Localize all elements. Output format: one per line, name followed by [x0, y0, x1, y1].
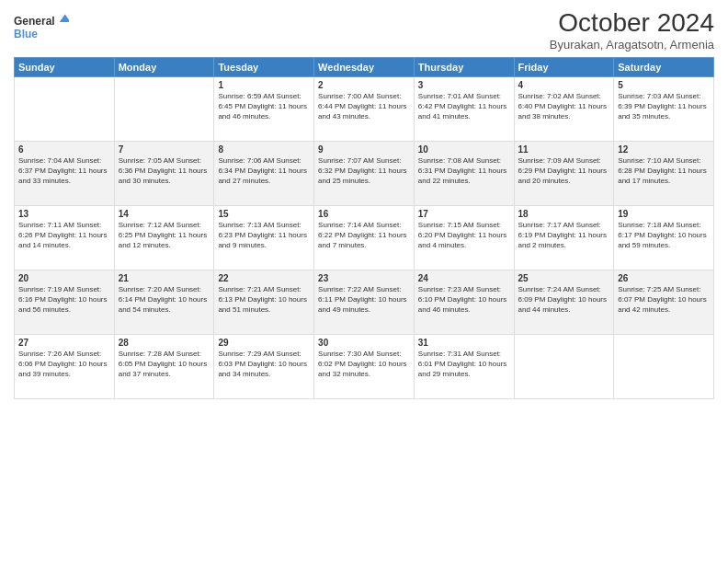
calendar-cell: 19Sunrise: 7:18 AM Sunset: 6:17 PM Dayli… — [614, 205, 714, 270]
calendar-cell: 2Sunrise: 7:00 AM Sunset: 6:44 PM Daylig… — [314, 76, 415, 141]
cell-content: Sunrise: 7:08 AM Sunset: 6:31 PM Dayligh… — [418, 155, 510, 187]
calendar-cell: 21Sunrise: 7:20 AM Sunset: 6:14 PM Dayli… — [114, 270, 214, 334]
week-row: 20Sunrise: 7:19 AM Sunset: 6:16 PM Dayli… — [15, 270, 714, 334]
day-number: 31 — [418, 338, 510, 348]
calendar-cell: 23Sunrise: 7:22 AM Sunset: 6:11 PM Dayli… — [314, 270, 415, 334]
day-number: 3 — [418, 80, 510, 90]
day-number: 8 — [218, 144, 310, 155]
week-row: 6Sunrise: 7:04 AM Sunset: 6:37 PM Daylig… — [15, 141, 714, 205]
day-number: 2 — [318, 80, 410, 90]
title-block: October 2024 Byurakan, Aragatsotn, Armen… — [550, 9, 714, 52]
cell-content: Sunrise: 7:07 AM Sunset: 6:32 PM Dayligh… — [318, 155, 410, 187]
cell-content: Sunrise: 7:13 AM Sunset: 6:23 PM Dayligh… — [218, 220, 310, 251]
calendar-cell: 16Sunrise: 7:14 AM Sunset: 6:22 PM Dayli… — [314, 205, 415, 270]
calendar-cell: 20Sunrise: 7:19 AM Sunset: 6:16 PM Dayli… — [15, 270, 115, 334]
cell-content: Sunrise: 7:24 AM Sunset: 6:09 PM Dayligh… — [518, 284, 610, 316]
day-number: 13 — [18, 209, 110, 219]
day-number: 18 — [518, 209, 610, 219]
day-number: 14 — [119, 209, 210, 219]
calendar-cell: 22Sunrise: 7:21 AM Sunset: 6:13 PM Dayli… — [214, 270, 314, 334]
cell-content: Sunrise: 7:31 AM Sunset: 6:01 PM Dayligh… — [418, 349, 510, 380]
day-number: 11 — [518, 144, 610, 155]
day-number: 24 — [418, 273, 510, 283]
logo: General Blue — [14, 9, 69, 46]
calendar-cell: 30Sunrise: 7:30 AM Sunset: 6:02 PM Dayli… — [314, 334, 415, 398]
day-number: 25 — [518, 273, 610, 283]
cell-content: Sunrise: 7:23 AM Sunset: 6:10 PM Dayligh… — [418, 284, 510, 316]
calendar-cell: 27Sunrise: 7:26 AM Sunset: 6:06 PM Dayli… — [15, 334, 115, 398]
cell-content: Sunrise: 7:17 AM Sunset: 6:19 PM Dayligh… — [518, 220, 610, 251]
cell-content: Sunrise: 7:25 AM Sunset: 6:07 PM Dayligh… — [618, 284, 710, 316]
calendar-header: Sunday Monday Tuesday Wednesday Thursday… — [15, 57, 714, 76]
day-number: 21 — [119, 273, 210, 283]
day-number: 22 — [218, 273, 310, 283]
cell-content: Sunrise: 7:26 AM Sunset: 6:06 PM Dayligh… — [18, 349, 110, 380]
day-number: 28 — [119, 338, 210, 348]
day-number: 23 — [318, 273, 410, 283]
calendar-cell — [114, 76, 214, 141]
week-row: 13Sunrise: 7:11 AM Sunset: 6:26 PM Dayli… — [15, 205, 714, 270]
cell-content: Sunrise: 7:20 AM Sunset: 6:14 PM Dayligh… — [119, 284, 210, 316]
day-number: 20 — [18, 273, 110, 283]
cell-content: Sunrise: 6:59 AM Sunset: 6:45 PM Dayligh… — [218, 91, 310, 122]
calendar-cell: 3Sunrise: 7:01 AM Sunset: 6:42 PM Daylig… — [414, 76, 514, 141]
calendar-cell: 10Sunrise: 7:08 AM Sunset: 6:31 PM Dayli… — [414, 141, 514, 205]
day-number: 30 — [318, 338, 410, 348]
col-wednesday: Wednesday — [314, 57, 415, 76]
cell-content: Sunrise: 7:05 AM Sunset: 6:36 PM Dayligh… — [119, 155, 210, 187]
cell-content: Sunrise: 7:03 AM Sunset: 6:39 PM Dayligh… — [618, 91, 710, 122]
calendar-cell: 12Sunrise: 7:10 AM Sunset: 6:28 PM Dayli… — [614, 141, 714, 205]
col-tuesday: Tuesday — [214, 57, 314, 76]
day-number: 4 — [518, 80, 610, 90]
calendar-cell: 25Sunrise: 7:24 AM Sunset: 6:09 PM Dayli… — [514, 270, 614, 334]
cell-content: Sunrise: 7:15 AM Sunset: 6:20 PM Dayligh… — [418, 220, 510, 251]
cell-content: Sunrise: 7:29 AM Sunset: 6:03 PM Dayligh… — [218, 349, 310, 380]
header-row: Sunday Monday Tuesday Wednesday Thursday… — [15, 57, 714, 76]
day-number: 10 — [418, 144, 510, 155]
calendar-cell: 28Sunrise: 7:28 AM Sunset: 6:05 PM Dayli… — [114, 334, 214, 398]
day-number: 6 — [18, 144, 110, 155]
cell-content: Sunrise: 7:00 AM Sunset: 6:44 PM Dayligh… — [318, 91, 410, 122]
day-number: 1 — [218, 80, 310, 90]
cell-content: Sunrise: 7:21 AM Sunset: 6:13 PM Dayligh… — [218, 284, 310, 316]
calendar-cell: 13Sunrise: 7:11 AM Sunset: 6:26 PM Dayli… — [15, 205, 115, 270]
calendar-cell: 24Sunrise: 7:23 AM Sunset: 6:10 PM Dayli… — [414, 270, 514, 334]
calendar-cell — [514, 334, 614, 398]
cell-content: Sunrise: 7:06 AM Sunset: 6:34 PM Dayligh… — [218, 155, 310, 187]
calendar-cell: 8Sunrise: 7:06 AM Sunset: 6:34 PM Daylig… — [214, 141, 314, 205]
calendar-cell: 26Sunrise: 7:25 AM Sunset: 6:07 PM Dayli… — [614, 270, 714, 334]
cell-content: Sunrise: 7:04 AM Sunset: 6:37 PM Dayligh… — [18, 155, 110, 187]
day-number: 12 — [618, 144, 710, 155]
day-number: 9 — [318, 144, 410, 155]
calendar-cell: 31Sunrise: 7:31 AM Sunset: 6:01 PM Dayli… — [414, 334, 514, 398]
cell-content: Sunrise: 7:11 AM Sunset: 6:26 PM Dayligh… — [18, 220, 110, 251]
calendar-cell: 9Sunrise: 7:07 AM Sunset: 6:32 PM Daylig… — [314, 141, 415, 205]
col-monday: Monday — [114, 57, 214, 76]
calendar-table: Sunday Monday Tuesday Wednesday Thursday… — [14, 57, 714, 399]
cell-content: Sunrise: 7:14 AM Sunset: 6:22 PM Dayligh… — [318, 220, 410, 251]
col-friday: Friday — [514, 57, 614, 76]
day-number: 15 — [218, 209, 310, 219]
logo-svg: General Blue — [14, 9, 69, 46]
calendar-body: 1Sunrise: 6:59 AM Sunset: 6:45 PM Daylig… — [15, 76, 714, 398]
day-number: 7 — [119, 144, 210, 155]
cell-content: Sunrise: 7:09 AM Sunset: 6:29 PM Dayligh… — [518, 155, 610, 187]
col-saturday: Saturday — [614, 57, 714, 76]
week-row: 1Sunrise: 6:59 AM Sunset: 6:45 PM Daylig… — [15, 76, 714, 141]
cell-content: Sunrise: 7:30 AM Sunset: 6:02 PM Dayligh… — [318, 349, 410, 380]
calendar-cell: 7Sunrise: 7:05 AM Sunset: 6:36 PM Daylig… — [114, 141, 214, 205]
cell-content: Sunrise: 7:10 AM Sunset: 6:28 PM Dayligh… — [618, 155, 710, 187]
day-number: 29 — [218, 338, 310, 348]
calendar-cell: 17Sunrise: 7:15 AM Sunset: 6:20 PM Dayli… — [414, 205, 514, 270]
cell-content: Sunrise: 7:18 AM Sunset: 6:17 PM Dayligh… — [618, 220, 710, 251]
calendar-cell: 15Sunrise: 7:13 AM Sunset: 6:23 PM Dayli… — [214, 205, 314, 270]
cell-content: Sunrise: 7:12 AM Sunset: 6:25 PM Dayligh… — [119, 220, 210, 251]
calendar-cell: 29Sunrise: 7:29 AM Sunset: 6:03 PM Dayli… — [214, 334, 314, 398]
calendar-cell — [15, 76, 115, 141]
day-number: 27 — [18, 338, 110, 348]
calendar-cell: 14Sunrise: 7:12 AM Sunset: 6:25 PM Dayli… — [114, 205, 214, 270]
day-number: 19 — [618, 209, 710, 219]
week-row: 27Sunrise: 7:26 AM Sunset: 6:06 PM Dayli… — [15, 334, 714, 398]
cell-content: Sunrise: 7:02 AM Sunset: 6:40 PM Dayligh… — [518, 91, 610, 122]
svg-text:General: General — [14, 15, 55, 28]
